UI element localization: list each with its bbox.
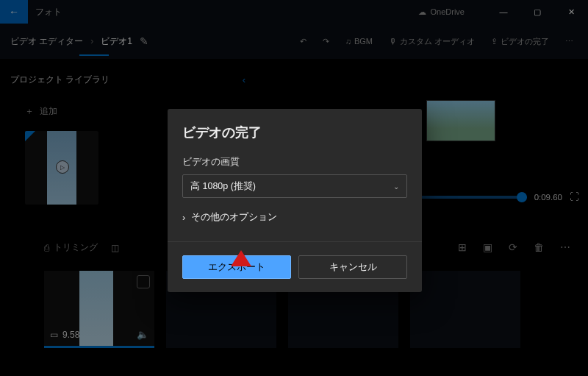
more-options-expander[interactable]: › その他のオプション xyxy=(182,211,407,224)
annotation-arrow xyxy=(231,250,251,266)
cancel-button[interactable]: キャンセル xyxy=(298,255,407,279)
finish-video-dialog: ビデオの完了 ビデオの画質 高 1080p (推奨) ⌄ › その他のオプション… xyxy=(168,109,422,292)
dialog-button-row: エクスポート キャンセル xyxy=(168,241,422,292)
chevron-right-icon: › xyxy=(182,213,185,223)
quality-label: ビデオの画質 xyxy=(182,156,407,169)
chevron-down-icon: ⌄ xyxy=(393,182,399,191)
more-options-label: その他のオプション xyxy=(191,211,277,224)
dialog-title: ビデオの完了 xyxy=(182,124,407,141)
cancel-button-label: キャンセル xyxy=(329,260,377,274)
quality-select[interactable]: 高 1080p (推奨) ⌄ xyxy=(182,174,407,198)
quality-value: 高 1080p (推奨) xyxy=(190,180,256,193)
